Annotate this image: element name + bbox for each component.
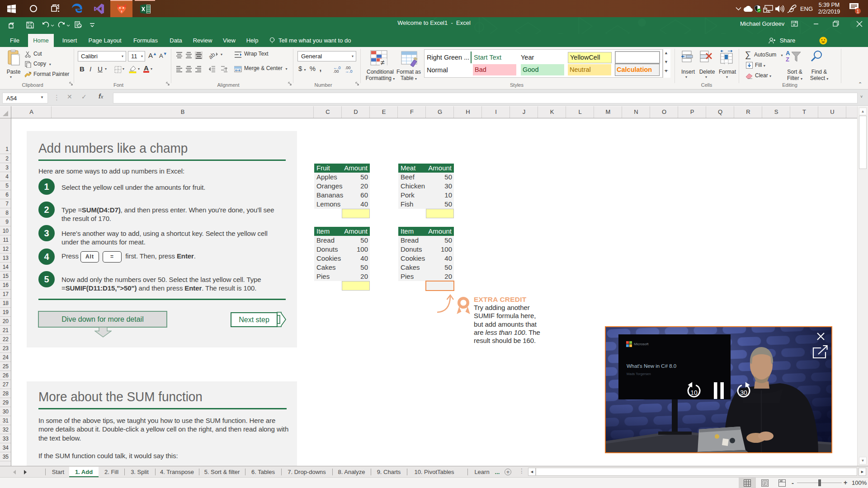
svg-text:≠: ≠ xyxy=(381,59,385,66)
svg-text:What's New in C# 8.0: What's New in C# 8.0 xyxy=(627,363,676,369)
svg-text:10: 10 xyxy=(690,389,698,396)
svg-text:.00: .00 xyxy=(333,69,339,73)
svg-text:Microsoft: Microsoft xyxy=(634,342,649,346)
svg-text:→.0: →.0 xyxy=(345,69,353,73)
svg-text:Mads Torgersen: Mads Torgersen xyxy=(627,372,651,376)
svg-text:ab: ab xyxy=(209,51,217,60)
svg-text:1: 1 xyxy=(856,9,859,14)
svg-text:30: 30 xyxy=(740,389,747,396)
